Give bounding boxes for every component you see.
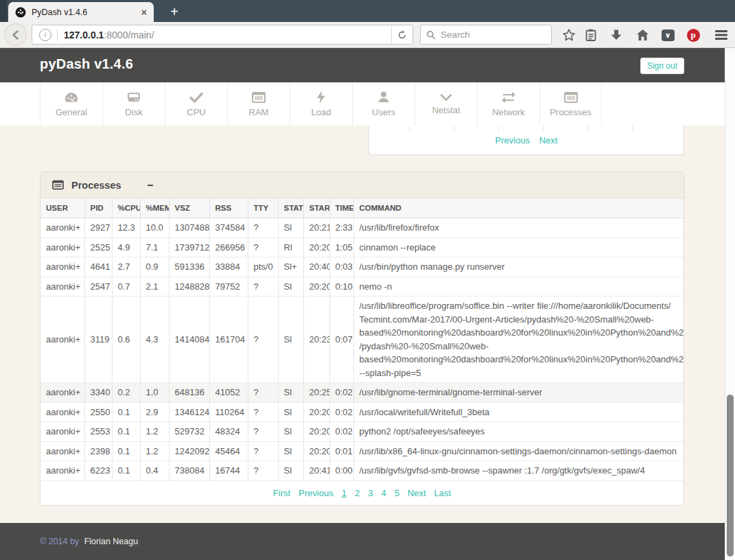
back-button[interactable]	[4, 23, 27, 46]
home-button[interactable]	[634, 27, 651, 43]
cell-rss: 33884	[209, 257, 248, 277]
cell-user: aaronki+	[40, 237, 84, 257]
cell-pid: 2547	[84, 277, 112, 296]
url-bar[interactable]: i 127.0.0.1:8000/main/	[32, 25, 413, 45]
table-row: aaronki+ 2547 0.7 2.1 1248828 79752 ? Sl…	[40, 277, 684, 296]
nav-item-ram[interactable]: RAM	[227, 82, 290, 126]
app-header: pyDash v1.4.6 Sign out	[0, 48, 735, 82]
search-input[interactable]: Search	[420, 25, 552, 45]
cell-start: 20:23	[303, 296, 329, 383]
scrollbar-track[interactable]	[725, 48, 735, 560]
cell-mem: 1.2	[140, 441, 169, 461]
nav-item-load[interactable]: Load	[290, 82, 352, 126]
cell-stat: Rl	[278, 237, 303, 257]
nav-item-disk[interactable]: Disk	[102, 82, 165, 126]
cell-stat: Sl	[278, 218, 303, 238]
list-card-icon	[251, 91, 266, 104]
app-title: pyDash v1.4.6	[40, 56, 133, 72]
check-icon	[189, 91, 204, 104]
cell-tty: ?	[248, 218, 278, 238]
pagination-link-3[interactable]: 3	[368, 488, 373, 498]
cell-tty: pts/0	[248, 257, 278, 277]
nav-label: RAM	[249, 107, 269, 117]
netstat-panel-bottom: Previous Next	[369, 126, 684, 155]
new-tab-button[interactable]: +	[163, 3, 185, 21]
pagination-link-1[interactable]: 1	[342, 488, 347, 498]
nav-bar: General Disk CPU RAM Load Users	[0, 82, 735, 126]
downloads-button[interactable]	[608, 27, 625, 43]
column-divider	[498, 126, 499, 131]
col-pid: PID	[84, 198, 112, 218]
cell-start: 20:20	[303, 402, 329, 422]
browser-tab[interactable]: PyDash v1.4.6 ×	[8, 2, 154, 22]
author-name: Florian Neagu	[84, 537, 139, 546]
url-separator	[57, 29, 58, 41]
cell-pid: 2553	[84, 422, 112, 442]
cell-mem: 7.1	[140, 237, 169, 257]
cell-time: 0:02	[329, 383, 353, 403]
pocket-button[interactable]: ∨	[660, 27, 676, 43]
pagination-link-last[interactable]: Last	[434, 488, 452, 498]
nav-item-netstat[interactable]: Netstat	[415, 82, 477, 126]
cell-time: 0:07	[329, 296, 353, 383]
processes-panel: Processes – USER PID %CPU %MEM VSZ RSS T…	[40, 172, 684, 506]
cell-vsz: 1739712	[169, 237, 209, 257]
col-rss: RSS	[209, 198, 248, 218]
pagination-link-5[interactable]: 5	[395, 488, 399, 498]
list-card-icon	[563, 91, 579, 104]
pagination-link-next[interactable]: Next	[408, 488, 426, 498]
next-link[interactable]: Next	[539, 135, 558, 145]
reload-icon	[397, 30, 407, 40]
pinterest-button[interactable]: p	[685, 27, 701, 43]
nav-label: General	[56, 107, 87, 117]
collapse-button[interactable]: –	[148, 182, 154, 189]
cell-user: aaronki+	[40, 441, 84, 461]
bookmarks-panel-button[interactable]	[583, 27, 599, 43]
table-row: aaronki+ 2398 0.1 1.2 1242092 45464 ? Sl…	[40, 441, 684, 461]
nav-item-general[interactable]: General	[40, 82, 102, 126]
nav-item-network[interactable]: Network	[477, 82, 539, 126]
nav-item-cpu[interactable]: CPU	[165, 82, 227, 126]
cell-vsz: 1414084	[169, 296, 209, 383]
nav-item-users[interactable]: Users	[352, 82, 415, 126]
bookmark-star-button[interactable]	[561, 27, 577, 43]
col-vsz: VSZ	[169, 198, 209, 218]
pagination-link-4[interactable]: 4	[381, 488, 386, 498]
cell-rss: 161704	[209, 296, 248, 383]
bolt-icon	[316, 91, 327, 104]
scrollbar-thumb[interactable]	[727, 395, 734, 557]
pagination-link-2[interactable]: 2	[355, 488, 360, 498]
cell-rss: 45464	[209, 441, 248, 461]
cell-rss: 41052	[209, 383, 248, 403]
table-row: aaronki+ 2553 0.1 1.2 529732 48324 ? Sl …	[40, 422, 684, 442]
browser-tab-bar: PyDash v1.4.6 × +	[0, 0, 735, 22]
cell-tty: ?	[248, 237, 278, 257]
previous-link[interactable]: Previous	[495, 135, 530, 145]
reload-button[interactable]	[391, 25, 412, 44]
tab-close-icon[interactable]: ×	[141, 7, 147, 18]
pocket-icon: ∨	[662, 30, 675, 41]
cell-mem: 0.9	[140, 257, 169, 277]
nav-item-processes[interactable]: Processes	[539, 82, 602, 126]
pagination-link-previous[interactable]: Previous	[299, 488, 334, 498]
table-header-row: USER PID %CPU %MEM VSZ RSS TTY STAT STAR…	[40, 198, 684, 218]
cell-rss: 266956	[209, 237, 248, 257]
sign-out-button[interactable]: Sign out	[640, 58, 684, 74]
cell-pid: 3340	[84, 383, 112, 403]
site-info-icon[interactable]: i	[39, 29, 51, 41]
cell-user: aaronki+	[40, 218, 84, 238]
col-time: TIME	[329, 198, 353, 218]
cell-command: /usr/lib/x86_64-linux-gnu/cinnamon-setti…	[353, 441, 684, 461]
gauge-icon	[64, 91, 79, 104]
table-row: aaronki+ 6223 0.1 0.4 738084 16744 ? Sl …	[40, 461, 684, 481]
col-start: START	[303, 198, 329, 218]
url-host: 127.0.0.1	[64, 30, 104, 40]
column-divider	[454, 126, 454, 131]
cell-vsz: 738084	[169, 461, 209, 481]
cell-command: cinnamon --replace	[353, 237, 684, 257]
pagination-link-first[interactable]: First	[273, 488, 290, 498]
menu-button[interactable]	[713, 27, 730, 43]
cell-cpu: 0.7	[112, 277, 140, 296]
column-divider	[587, 126, 588, 131]
col-stat: STAT	[278, 198, 303, 218]
